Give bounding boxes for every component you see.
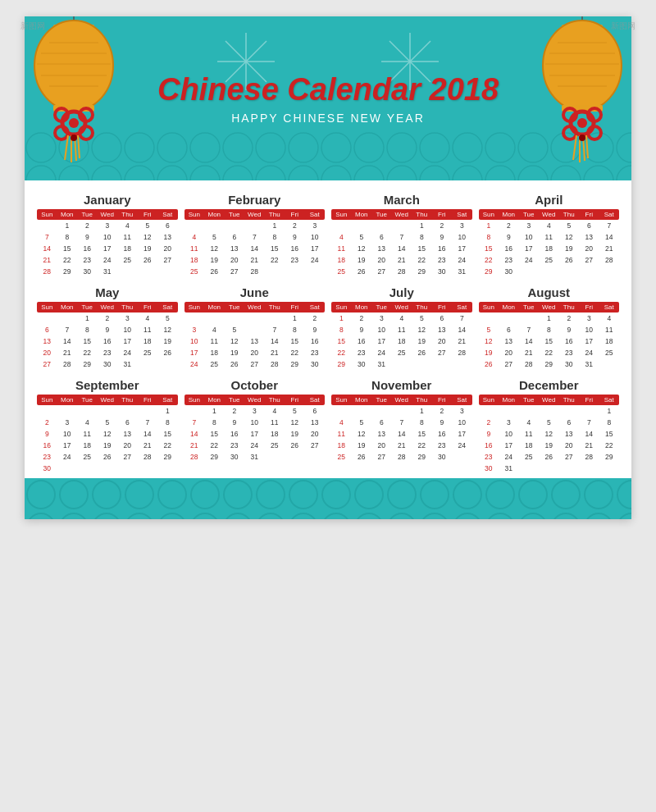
day-cell: 8 <box>412 231 432 243</box>
day-cell: 8 <box>331 324 352 335</box>
day-cell: 15 <box>331 335 352 347</box>
day-header-mon: Mon <box>204 302 225 312</box>
day-cell <box>479 405 499 417</box>
day-headers: SunMonTueWedThuFriSat <box>184 395 326 405</box>
day-cell: 21 <box>392 254 412 266</box>
day-cell: 28 <box>37 266 57 277</box>
day-cell <box>157 266 178 277</box>
day-header-fri: Fri <box>432 302 453 312</box>
day-header-sat: Sat <box>305 302 326 312</box>
day-header-sun: Sun <box>184 302 205 312</box>
day-cell: 27 <box>559 451 580 463</box>
day-header-wed: Wed <box>244 395 265 405</box>
day-headers: SunMonTueWedThuFriSat <box>479 302 620 312</box>
day-cell <box>225 312 245 324</box>
day-cell: 2 <box>285 220 305 231</box>
day-cell: 10 <box>499 428 519 440</box>
day-cell: 18 <box>519 440 540 451</box>
day-cell: 29 <box>204 451 225 463</box>
day-cell: 28 <box>579 451 599 463</box>
day-header-wed: Wed <box>392 209 412 220</box>
day-cell: 7 <box>452 312 472 324</box>
day-cell: 1 <box>412 220 432 231</box>
month-block-february: FebruarySunMonTueWedThuFriSat12345678910… <box>184 193 326 277</box>
day-header-wed: Wed <box>244 209 265 220</box>
month-block-june: JuneSunMonTueWedThuFriSat123457891011121… <box>184 285 326 370</box>
month-block-march: MarchSunMonTueWedThuFriSat12345678910111… <box>331 193 472 277</box>
day-cell <box>352 405 372 417</box>
day-cell <box>331 220 352 231</box>
day-cell: 5 <box>225 324 245 335</box>
day-cell: 24 <box>579 347 599 358</box>
day-cell: 8 <box>599 417 620 428</box>
day-cell: 22 <box>285 347 305 358</box>
day-cell: 19 <box>285 428 305 440</box>
day-cell <box>285 266 305 277</box>
day-header-sat: Sat <box>599 395 620 405</box>
day-cell: 5 <box>352 417 372 428</box>
day-cell <box>244 324 265 335</box>
day-cell: 19 <box>479 347 499 358</box>
day-cell: 11 <box>392 324 412 335</box>
day-cell: 7 <box>392 231 412 243</box>
day-cell: 12 <box>138 231 158 243</box>
day-cell: 1 <box>599 405 620 417</box>
day-cell: 18 <box>204 347 225 358</box>
day-cell <box>138 405 158 417</box>
page-wrapper: 新图网 新图网 <box>0 0 656 812</box>
day-header-mon: Mon <box>499 395 519 405</box>
day-header-sat: Sat <box>452 302 472 312</box>
month-name-december: December <box>479 378 620 392</box>
day-headers: SunMonTueWedThuFriSat <box>37 395 178 405</box>
day-cell: 10 <box>57 428 78 440</box>
day-cell: 15 <box>57 243 78 254</box>
day-cell: 7 <box>599 220 620 231</box>
day-cell <box>519 405 540 417</box>
day-cell: 17 <box>184 347 205 358</box>
day-cell: 4 <box>204 324 225 335</box>
day-cell: 14 <box>37 243 57 254</box>
day-cell <box>157 463 178 474</box>
day-cell <box>519 463 540 474</box>
day-cell: 2 <box>98 312 118 324</box>
day-headers: SunMonTueWedThuFriSat <box>37 209 178 220</box>
day-cell: 22 <box>412 440 432 451</box>
day-cell: 14 <box>57 335 78 347</box>
day-cell: 1 <box>77 312 98 324</box>
day-cell: 31 <box>371 358 392 370</box>
day-cell: 27 <box>579 254 599 266</box>
day-cell: 18 <box>392 335 412 347</box>
svg-line-51 <box>410 41 430 62</box>
day-cell: 3 <box>579 312 599 324</box>
day-cell: 26 <box>412 347 432 358</box>
day-cell: 28 <box>57 358 78 370</box>
days-grid: 1234567891011121314151617181920212223242… <box>331 312 472 370</box>
day-cell: 13 <box>305 417 326 428</box>
days-grid: 1234578910111213141516171819202122232425… <box>184 312 326 370</box>
day-cell <box>244 220 265 231</box>
day-cell: 5 <box>138 220 158 231</box>
calendar-title: Chinese Calendar 2018 <box>157 72 499 107</box>
day-cell: 23 <box>285 254 305 266</box>
day-cell <box>412 358 432 370</box>
day-cell: 20 <box>225 254 245 266</box>
day-cell: 12 <box>352 428 372 440</box>
day-header-wed: Wed <box>244 302 265 312</box>
day-cell: 20 <box>371 254 392 266</box>
day-cell: 25 <box>599 347 620 358</box>
day-cell: 12 <box>479 335 499 347</box>
day-cell: 1 <box>157 405 178 417</box>
day-headers: SunMonTueWedThuFriSat <box>331 395 472 405</box>
day-cell: 16 <box>479 440 499 451</box>
day-cell: 16 <box>225 428 245 440</box>
day-header-thu: Thu <box>412 302 432 312</box>
day-cell: 12 <box>559 231 580 243</box>
day-cell: 21 <box>244 254 265 266</box>
day-cell: 4 <box>519 417 540 428</box>
day-cell: 6 <box>157 220 178 231</box>
day-cell: 11 <box>331 243 352 254</box>
day-cell: 4 <box>331 417 352 428</box>
month-block-november: NovemberSunMonTueWedThuFriSat12345678910… <box>331 378 472 474</box>
day-header-sat: Sat <box>599 302 620 312</box>
day-cell: 2 <box>559 312 580 324</box>
